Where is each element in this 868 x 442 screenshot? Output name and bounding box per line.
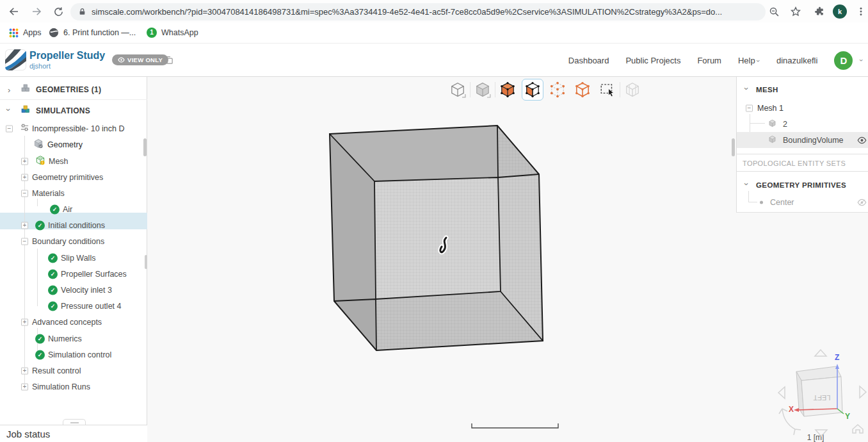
expand-icon[interactable]: +	[21, 318, 28, 325]
sidebar-item-geometry[interactable]: Geometry	[0, 136, 147, 152]
sidebar-item-air[interactable]: ✓ Air	[0, 201, 147, 217]
nav-username[interactable]: dinazulkefli	[776, 56, 817, 65]
sidebar-item-advanced-concepts[interactable]: + Advanced concepts	[0, 314, 147, 330]
nav-cube-face-label[interactable]: LEFT	[813, 394, 830, 402]
mesh-section-header[interactable]: › MESH	[737, 81, 868, 97]
sidebar-item-boundary-conditions[interactable]: − Boundary conditions	[0, 233, 147, 249]
collapse-icon[interactable]: −	[6, 125, 13, 132]
nav-help[interactable]: Help ›	[738, 56, 760, 65]
sidebar-item-geometry-primitives[interactable]: + Geometry primitives	[0, 169, 147, 185]
chevron-down-icon[interactable]: ›	[4, 108, 13, 111]
sidebar-item-velocity-inlet[interactable]: ✓ Velocity inlet 3	[0, 282, 147, 298]
right-panel-scrollbar[interactable]	[732, 138, 735, 156]
tree-item-2[interactable]: 2	[737, 116, 868, 132]
user-avatar[interactable]: D	[834, 51, 853, 70]
tree-item-boundingvolume[interactable]: BoundingVolume	[737, 132, 868, 148]
browser-profile-avatar[interactable]: k	[833, 4, 847, 19]
sidebar-item-numerics[interactable]: ✓ Numerics	[0, 331, 147, 347]
sidebar-item-propeller-surfaces[interactable]: ✓ Propeller Surfaces	[0, 266, 147, 282]
collapse-icon[interactable]: −	[21, 238, 28, 245]
sidebar-item-initial-conditions[interactable]: + ✓ Initial conditions	[0, 217, 147, 233]
toolbar-hidden-geometry-button[interactable]	[622, 79, 643, 101]
toolbar-box-select-button[interactable]	[597, 79, 618, 101]
expand-icon[interactable]: +	[21, 222, 28, 229]
check-complete-icon: ✓	[35, 334, 45, 343]
header-nav: Dashboard Public Projects Forum Help › d…	[568, 44, 868, 77]
sidebar-item-pressure-outlet[interactable]: ✓ Pressure outlet 4	[0, 298, 147, 314]
check-complete-icon: ✓	[48, 285, 58, 295]
collapse-icon[interactable]: −	[746, 104, 753, 111]
tree-item-mesh1[interactable]: − Mesh 1	[737, 100, 868, 116]
copy-project-icon[interactable]	[164, 55, 173, 65]
apps-shortcut[interactable]: Apps	[9, 22, 42, 43]
check-complete-icon: ✓	[35, 350, 45, 359]
collapse-icon[interactable]: −	[21, 190, 28, 197]
zoom-icon[interactable]	[767, 4, 781, 19]
topological-entity-sets-header[interactable]: TOPOLOGICAL ENTITY SETS	[737, 155, 868, 171]
divider	[0, 99, 147, 100]
expand-icon[interactable]: +	[21, 174, 28, 181]
toolbar-volume-select-button[interactable]	[497, 79, 518, 101]
toolbar-edge-select-button[interactable]	[572, 79, 593, 101]
navigation-cube[interactable]: LEFT X Z Y	[773, 347, 868, 442]
geometry-primitives-header[interactable]: › GEOMETRY PRIMITIVES	[737, 177, 868, 193]
view-only-badge: VIEW ONLY	[112, 54, 168, 65]
toolbar-wireframe-view-button[interactable]	[447, 79, 469, 101]
nav-forum[interactable]: Forum	[697, 56, 721, 65]
chevron-down-icon[interactable]: ›	[858, 59, 865, 61]
bookmark-print-function[interactable]: 6. Print function —...	[49, 22, 136, 43]
sidebar-item-label: Velocity inlet 3	[61, 286, 112, 295]
expand-icon[interactable]: +	[21, 158, 28, 165]
nav-arrow-right[interactable]	[860, 386, 866, 398]
app-header: Propeller Study djshort VIEW ONLY Dashbo…	[0, 44, 868, 77]
nav-arrow-down[interactable]	[816, 430, 827, 436]
nav-home-icon[interactable]	[853, 425, 863, 433]
sidebar-item-result-control[interactable]: + Result control	[0, 363, 147, 379]
sidebar-item-materials[interactable]: − Materials	[0, 185, 147, 201]
tree-item-center[interactable]: Center	[737, 194, 868, 210]
job-status-panel[interactable]: Job status	[0, 425, 147, 442]
nav-dashboard[interactable]: Dashboard	[568, 56, 609, 65]
sidebar-item-simulation-runs[interactable]: + Simulation Runs	[0, 379, 147, 395]
cube-icon	[768, 135, 776, 146]
sidebar-item-simulation-control[interactable]: ✓ Simulation control	[0, 347, 147, 363]
visibility-eye-off-icon[interactable]	[857, 197, 867, 207]
forward-icon[interactable]	[29, 4, 44, 19]
sidebar-item-geometries[interactable]: › GEOMETRIES (1)	[0, 81, 147, 97]
visibility-eye-icon[interactable]	[857, 135, 867, 145]
project-title[interactable]: Propeller Study	[29, 50, 105, 61]
sidebar-item-incompressible[interactable]: − Incompressible- 10 inch D	[0, 120, 147, 136]
back-icon[interactable]	[7, 4, 21, 19]
check-complete-icon: ✓	[48, 301, 58, 311]
toolbar-solid-view-button[interactable]	[472, 79, 494, 101]
reload-icon[interactable]	[51, 4, 65, 19]
bookmark-label: WhatsApp	[161, 28, 198, 37]
nav-arrow-left[interactable]	[778, 387, 785, 398]
nav-public-projects[interactable]: Public Projects	[625, 56, 680, 65]
nav-arrow-up[interactable]	[815, 350, 826, 356]
sidebar-item-simulations[interactable]: › SIMULATIONS	[0, 102, 147, 119]
job-status-label: Job status	[6, 429, 50, 439]
bookmark-whatsapp[interactable]: 1 WhatsApp	[147, 22, 198, 43]
whatsapp-badge-icon: 1	[147, 28, 157, 38]
bookmark-star-icon[interactable]	[789, 4, 803, 19]
chevron-right-icon[interactable]: ›	[8, 85, 10, 94]
address-bar[interactable]: simscale.com/workbench/?pid=300470841418…	[70, 3, 766, 20]
check-complete-icon: ✓	[48, 253, 58, 263]
check-complete-icon: ✓	[50, 204, 60, 214]
expand-icon[interactable]: +	[21, 383, 28, 390]
geometries-cluster-icon	[20, 83, 31, 96]
chevron-down-icon[interactable]: ›	[742, 87, 751, 90]
toolbar-vertex-select-button[interactable]	[547, 79, 568, 101]
simscale-logo[interactable]	[5, 49, 26, 70]
sidebar-item-slip-walls[interactable]: ✓ Slip Walls	[0, 250, 147, 266]
extensions-puzzle-icon[interactable]	[812, 4, 826, 19]
browser-menu-icon[interactable]	[854, 4, 868, 19]
sidebar-item-label: Simulation control	[48, 350, 111, 359]
expand-icon[interactable]: +	[21, 367, 28, 374]
divider	[737, 154, 868, 154]
toolbar-face-select-button[interactable]	[522, 79, 543, 101]
project-owner[interactable]: djshort	[29, 62, 51, 70]
chevron-down-icon[interactable]: ›	[742, 183, 751, 185]
sidebar-item-mesh[interactable]: + ! Mesh	[0, 153, 147, 169]
